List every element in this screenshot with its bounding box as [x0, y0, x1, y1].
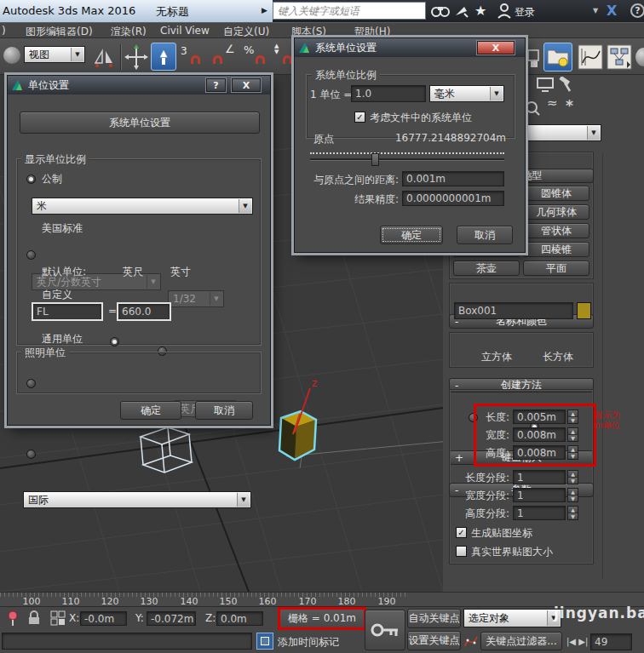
- timeline-ruler[interactable]: 100 110 120 130 140 150 160 170 180 190: [0, 592, 644, 607]
- selected-box-object[interactable]: [279, 411, 316, 460]
- sign-in-link[interactable]: 登录: [515, 5, 535, 20]
- tab-display-icon[interactable]: [537, 77, 554, 92]
- category-helpers-icon[interactable]: [525, 100, 540, 116]
- system-unit-setup-button[interactable]: 系统单位设置: [20, 112, 260, 134]
- x-coordinate-field[interactable]: -0.0m: [80, 611, 127, 626]
- tab-utilities-icon[interactable]: [557, 77, 574, 93]
- toolbar-partial-icon[interactable]: [526, 49, 540, 69]
- height-segs-spinner[interactable]: ▲▼: [567, 506, 578, 520]
- favorites-star-icon[interactable]: ★: [474, 3, 486, 19]
- lighting-units-dropdown[interactable]: 国际▼: [23, 491, 251, 508]
- category-spacewarps-icon[interactable]: ≈: [547, 95, 558, 111]
- user-icon[interactable]: [497, 3, 511, 19]
- lighting-units-value: 国际: [28, 493, 49, 507]
- origin-slider-track[interactable]: [310, 158, 504, 161]
- button-teapot[interactable]: 茶壶: [453, 261, 520, 276]
- button-pyramid[interactable]: 四棱锥: [523, 242, 589, 257]
- custom-value-field[interactable]: 660.0: [117, 302, 171, 321]
- angle-icon: ∠: [225, 43, 235, 55]
- set-key-button[interactable]: 设置关键点: [407, 631, 461, 650]
- add-time-tag[interactable]: 添加时间标记: [278, 635, 339, 650]
- generate-mapping-checkbox[interactable]: ✓: [456, 527, 467, 538]
- feet-radio[interactable]: [110, 337, 119, 347]
- selection-lock-icon[interactable]: [28, 610, 40, 625]
- reference-coordinate-dropdown[interactable]: 视图▼: [24, 46, 85, 63]
- select-and-move-icon[interactable]: [124, 44, 148, 70]
- dimensions-highlight-box: [474, 404, 596, 467]
- button-plane[interactable]: 平面: [523, 261, 589, 276]
- button-cone[interactable]: 圆锥体: [523, 186, 589, 201]
- object-category-dropdown[interactable]: ▼: [515, 124, 601, 141]
- select-and-manipulate-button[interactable]: ▲: [151, 43, 176, 71]
- system-dialog-close-button[interactable]: X: [477, 41, 515, 54]
- folder-lamp-button[interactable]: [543, 43, 572, 72]
- origin-slider-handle[interactable]: [371, 153, 379, 166]
- unit-value-field[interactable]: 1.0: [351, 85, 426, 102]
- unit-type-dropdown[interactable]: 毫米▼: [429, 85, 504, 102]
- metric-unit-dropdown[interactable]: 米▼: [32, 198, 253, 215]
- schematic-view-button[interactable]: [607, 44, 632, 70]
- button-tube[interactable]: 管状体: [523, 223, 589, 238]
- dialog-help-button[interactable]: ?: [206, 78, 226, 92]
- button-geosphere[interactable]: 几何球体: [523, 204, 589, 220]
- key-step-nav-buttons[interactable]: |◀ ▶|: [566, 637, 588, 646]
- search-input[interactable]: [273, 2, 426, 20]
- menu-item-civil-view[interactable]: Civil View: [160, 25, 210, 37]
- one-unit-label: 1 单位 =: [310, 88, 352, 102]
- coordinate-display-icon[interactable]: [49, 610, 66, 627]
- us-standard-radio[interactable]: [26, 250, 36, 260]
- width-segs-spinner[interactable]: ▲▼: [567, 488, 578, 502]
- object-color-swatch[interactable]: [577, 302, 591, 319]
- auto-key-button[interactable]: 自动关键点: [407, 609, 461, 628]
- dialog-close-button[interactable]: X: [232, 78, 261, 92]
- units-cancel-button[interactable]: 取消: [195, 401, 253, 420]
- exchange-store-icon[interactable]: X: [607, 3, 617, 19]
- system-ok-button[interactable]: 确定: [380, 226, 443, 244]
- metric-radio[interactable]: [26, 175, 36, 184]
- percent-snap-button[interactable]: %: [244, 45, 271, 69]
- current-frame-field[interactable]: 49: [590, 633, 632, 650]
- key-filter-curve-icon[interactable]: [464, 633, 479, 650]
- category-systems-icon[interactable]: *: [566, 97, 573, 114]
- system-cancel-button[interactable]: 取消: [457, 226, 513, 244]
- ruler-tick-170: 170: [295, 596, 320, 607]
- material-editor-partial-icon[interactable]: [635, 48, 644, 66]
- units-dialog-titlebar[interactable]: 单位设置 ? X: [8, 76, 270, 95]
- length-segs-spinner[interactable]: ▲▼: [567, 470, 578, 484]
- generic-units-radio[interactable]: [26, 450, 36, 459]
- units-ok-button[interactable]: 确定: [120, 401, 181, 420]
- object-name-field[interactable]: Box001: [454, 302, 573, 319]
- curve-editor-button[interactable]: [578, 44, 603, 70]
- collapse-arrow-icon[interactable]: ▶: [262, 6, 267, 14]
- respect-system-units-checkbox[interactable]: ✓: [354, 112, 365, 123]
- communication-center-icon[interactable]: [454, 3, 469, 19]
- snap-toggle-3d-button[interactable]: 3: [181, 45, 210, 69]
- lighting-units-label: 照明单位: [21, 346, 69, 360]
- distance-field[interactable]: 0.001m: [402, 171, 504, 186]
- prompt-field: [2, 633, 252, 650]
- mirror-icon[interactable]: [92, 46, 116, 68]
- y-coordinate-field[interactable]: -0.072m: [147, 611, 196, 626]
- chevron-down-icon[interactable]: ▼: [593, 7, 598, 14]
- magnet-icon: [256, 55, 265, 64]
- ruler-tick-110: 110: [58, 596, 83, 607]
- length-segs-field[interactable]: 1: [513, 470, 566, 484]
- menu-item-partial[interactable]: ): [2, 25, 6, 37]
- toolbar-sphere-icon[interactable]: [3, 47, 20, 64]
- key-filters-button[interactable]: 关键点过滤器...: [480, 632, 562, 650]
- system-dialog-titlebar[interactable]: 系统单位设置 X: [295, 38, 525, 57]
- isolate-selection-icon[interactable]: [256, 633, 273, 650]
- magnet-icon: [213, 55, 222, 64]
- set-keys-button[interactable]: [365, 610, 405, 650]
- real-world-checkbox[interactable]: [456, 546, 467, 557]
- width-segs-field[interactable]: 1: [513, 488, 566, 502]
- height-segs-field[interactable]: 1: [513, 506, 566, 520]
- wireframe-box[interactable]: [141, 427, 192, 473]
- custom-name-field[interactable]: FL: [32, 302, 103, 321]
- angle-snap-button[interactable]: ∠: [213, 45, 240, 69]
- z-coordinate-field[interactable]: 0.0m: [216, 611, 263, 626]
- pin-icon[interactable]: [7, 610, 19, 627]
- selection-set-dropdown[interactable]: 选定对象▼: [463, 609, 561, 627]
- help-icon[interactable]: ?: [630, 3, 644, 18]
- search-binoculars-icon[interactable]: [431, 5, 450, 17]
